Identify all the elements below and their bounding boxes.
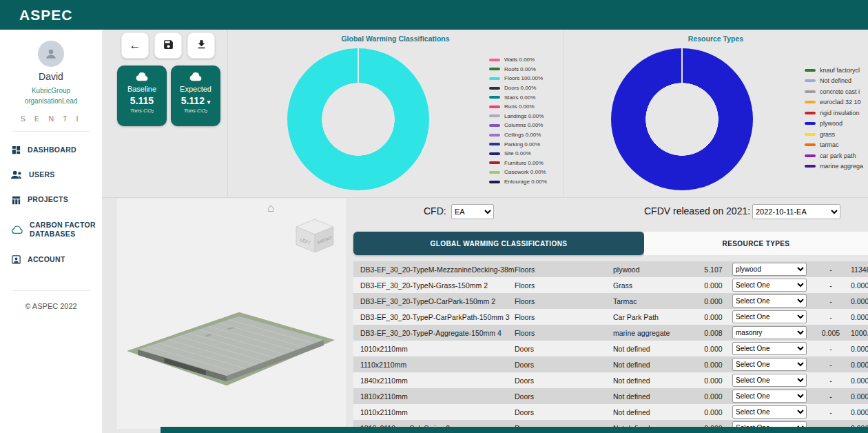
legend-item: grass: [805, 129, 868, 140]
material-select[interactable]: Select One: [732, 358, 807, 371]
sidebar-item-label: CARBON FACTOR DATABASES: [30, 221, 96, 239]
material-select[interactable]: Select One: [732, 374, 807, 387]
legend-swatch: [805, 69, 816, 72]
legend-item: Parking 0.00%: [489, 139, 563, 149]
row-factor: -: [814, 297, 848, 305]
person-icon: [44, 47, 58, 61]
user-organisation[interactable]: KubricGroup: [0, 85, 102, 96]
sidebar-item-projects[interactable]: PROJECTS: [0, 188, 102, 213]
sidebar-item-label: PROJECTS: [28, 195, 68, 205]
legend-label: grass: [820, 131, 835, 138]
gwc-table-body: DB3-EF_30_20-TypeM-MezzanineDecking-38mm…: [353, 261, 868, 433]
cfd-select[interactable]: EA: [451, 204, 494, 219]
app-root: ASPEC David KubricGroup organisationLead…: [0, 0, 868, 433]
row-category: Doors: [515, 408, 613, 416]
row-category: Doors: [515, 345, 613, 353]
row-factor: -: [814, 281, 848, 290]
building-model[interactable]: [123, 280, 338, 412]
back-arrow-icon: ←: [130, 39, 141, 52]
back-button[interactable]: ←: [121, 32, 149, 59]
row-name: DB3-EF_30_20-TypeP-Aggregate-150mm 4: [353, 329, 515, 337]
view-cube[interactable]: LEFT FRONT: [291, 216, 339, 255]
save-button[interactable]: [154, 32, 182, 59]
legend-item: tarmac: [805, 140, 868, 151]
legend-item: Ceilings 0.00%: [489, 130, 563, 140]
tab-global-warming-classifications[interactable]: GLOBAL WARMING CLASSIFICATIONS: [353, 232, 644, 255]
save-icon: [163, 39, 174, 53]
sidebar-item-label: USERS: [29, 170, 55, 180]
legend-swatch: [489, 171, 500, 174]
sidebar-item-users[interactable]: USERS: [0, 163, 102, 188]
row-amount: 0.000: [848, 345, 868, 353]
legend-swatch: [805, 133, 816, 136]
home-icon[interactable]: ⌂: [267, 201, 274, 215]
row-category: Floors: [515, 297, 613, 305]
dashboard-icon: [11, 145, 21, 155]
legend-label: Not defined: [820, 77, 851, 84]
users-icon: [11, 170, 23, 179]
chevron-down-icon[interactable]: ▾: [207, 99, 211, 105]
baseline-card[interactable]: Baseline 5.115 Tons CO₂: [117, 66, 167, 126]
material-select[interactable]: plywood: [732, 263, 807, 276]
row-amount: 0.000: [848, 392, 868, 401]
legend-label: Ceilings 0.00%: [504, 132, 541, 138]
legend-item: Doors 0.00%: [489, 83, 563, 93]
row-factor: 0.005: [814, 329, 848, 337]
row-material: Grass: [613, 281, 694, 290]
cfdv-select[interactable]: 2022-10-11-EA: [752, 204, 840, 219]
row-material: Not defined: [613, 392, 694, 401]
gwc-legend: Walls 0.00%Roofs 0.00%Floors 100.00%Door…: [489, 55, 563, 186]
material-select[interactable]: Select One: [732, 342, 807, 355]
material-select[interactable]: masonry: [732, 326, 807, 339]
sidebar-item-dashboard[interactable]: DASHBOARD: [0, 137, 102, 163]
material-select[interactable]: Select One: [732, 294, 807, 308]
donut-gap: [681, 48, 683, 119]
row-name: DB3-EF_30_20-TypeO-CarPark-150mm 2: [353, 297, 515, 305]
row-value: 0.000: [694, 376, 732, 385]
row-select-cell: masonry: [732, 326, 814, 339]
legend-label: Parking 0.00%: [504, 141, 540, 148]
legend-swatch: [489, 87, 500, 90]
row-name: DB3-EF_30_20-TypeM-MezzanineDecking-38mm…: [353, 265, 515, 274]
tab-resource-types[interactable]: RESOURCE TYPES: [644, 232, 868, 255]
row-factor: -: [814, 345, 848, 353]
projects-icon: [11, 195, 21, 205]
row-amount: 0.000: [848, 297, 868, 305]
legend-swatch: [489, 134, 500, 137]
row-name: 1010x2110mm: [353, 408, 515, 416]
cfdv-label: CFDV released on 2021:: [644, 205, 750, 216]
row-select-cell: Select One: [732, 405, 814, 419]
user-role[interactable]: organisationLead: [0, 96, 102, 106]
model-viewer[interactable]: ⌂ LEFT FRONT: [117, 199, 346, 429]
legend-label: concrete cast i: [820, 88, 860, 95]
legend-label: Doors 0.00%: [504, 85, 536, 91]
material-select[interactable]: Select One: [732, 279, 807, 292]
row-name: DB3-EF_30_20-TypeN-Grass-150mm 2: [353, 281, 515, 290]
sidebar-item-label: DASHBOARD: [28, 145, 76, 155]
legend-item: Floors 100.00%: [489, 74, 563, 83]
legend-label: Columns 0.00%: [504, 122, 543, 128]
legend-item: Not defined: [805, 76, 868, 87]
material-select[interactable]: Select One: [732, 405, 807, 419]
sidebar-item-carbon-factor-databases[interactable]: CARBON FACTOR DATABASES: [0, 213, 102, 247]
table-row: 1010x2110mmDoorsNot defined0.000Select O…: [353, 404, 868, 420]
legend-swatch: [489, 96, 500, 99]
legend-label: Runs 0.00%: [504, 103, 535, 110]
legend-swatch: [489, 114, 500, 117]
sidebar-item-account[interactable]: ACCOUNT: [0, 247, 102, 272]
divider: [102, 197, 868, 198]
row-amount: 0.000: [848, 281, 868, 290]
material-select[interactable]: Select One: [732, 310, 807, 323]
table-row: 1810x2110mmDoorsNot defined0.000Select O…: [353, 388, 868, 404]
app-logo: ASPEC: [19, 7, 72, 23]
row-factor: -: [814, 376, 848, 385]
legend-label: tarmac: [820, 141, 839, 148]
expected-card[interactable]: Expected 5.112 ▾ Tons CO₂: [171, 66, 220, 126]
legend-item: plywood: [805, 119, 868, 130]
material-select[interactable]: Select One: [732, 390, 807, 403]
row-value: 0.008: [694, 329, 732, 337]
download-button[interactable]: [187, 32, 215, 59]
row-amount: 0.000: [848, 313, 868, 321]
row-value: 5.107: [694, 265, 732, 274]
gwc-chart-title: Global Warming Classifications: [227, 34, 564, 43]
